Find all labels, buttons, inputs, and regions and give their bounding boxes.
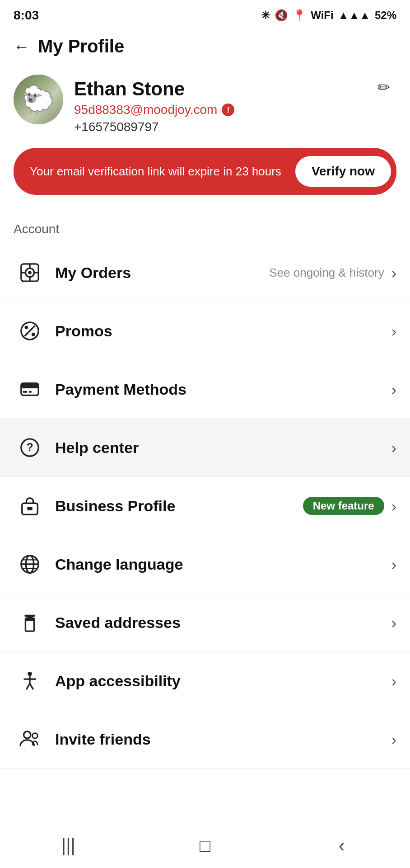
battery-display: 52%	[375, 9, 396, 22]
menu-item-help-center[interactable]: ? Help center ›	[0, 419, 410, 477]
profile-email: 95d88383@moodjoy.com !	[74, 103, 396, 117]
header: ← My Profile	[0, 27, 410, 66]
addresses-icon-wrap	[14, 606, 46, 639]
accessibility-icon	[19, 670, 40, 691]
my-orders-chevron: ›	[391, 264, 396, 282]
language-icon-wrap	[14, 548, 46, 580]
promos-chevron: ›	[391, 322, 396, 340]
page-title: My Profile	[38, 36, 124, 57]
language-icon	[19, 554, 40, 575]
change-language-label: Change language	[55, 556, 391, 573]
profile-section: Ethan Stone 95d88383@moodjoy.com ! +1657…	[0, 66, 410, 148]
profile-info: Ethan Stone 95d88383@moodjoy.com ! +1657…	[74, 75, 396, 134]
business-profile-chevron: ›	[391, 497, 396, 515]
menu-item-saved-addresses[interactable]: Saved addresses ›	[0, 594, 410, 652]
svg-point-9	[25, 326, 28, 330]
status-icons: ✳ 🔇 📍 WiFi ▲▲▲ 52%	[261, 9, 396, 22]
promos-label: Promos	[55, 322, 391, 340]
menu-item-app-accessibility[interactable]: App accessibility ›	[0, 652, 410, 710]
svg-rect-13	[23, 391, 28, 393]
svg-rect-14	[29, 391, 32, 393]
svg-point-10	[32, 333, 35, 336]
help-center-label: Help center	[55, 439, 391, 457]
svg-point-32	[33, 733, 38, 739]
my-orders-sublabel: See ongoing & history	[269, 266, 384, 280]
menu-item-payment-methods[interactable]: Payment Methods ›	[0, 360, 410, 419]
promos-icon	[19, 321, 40, 341]
svg-line-30	[30, 684, 33, 689]
payment-icon	[19, 379, 40, 400]
menu-icon: |||	[61, 835, 75, 856]
my-orders-icon-wrap	[14, 256, 46, 289]
email-warning-icon: !	[222, 104, 234, 116]
my-orders-label: My Orders	[55, 264, 269, 282]
profile-name: Ethan Stone	[74, 78, 396, 100]
back-button[interactable]: ←	[14, 37, 30, 56]
location-icon: 📍	[293, 9, 306, 22]
nav-back-icon: ‹	[339, 835, 345, 856]
time-display: 8:03	[14, 8, 39, 23]
promos-icon-wrap	[14, 315, 46, 347]
saved-addresses-label: Saved addresses	[55, 614, 391, 632]
payment-methods-chevron: ›	[391, 381, 396, 398]
payment-methods-label: Payment Methods	[55, 381, 391, 398]
nav-home-button[interactable]: □	[187, 832, 223, 859]
friends-icon-wrap	[14, 723, 46, 755]
menu-list: My Orders See ongoing & history › Promos…	[0, 244, 410, 769]
svg-point-6	[28, 271, 32, 274]
addresses-icon	[19, 612, 40, 633]
avatar-image	[14, 75, 63, 124]
business-icon-wrap	[14, 490, 46, 522]
signal-icon: ▲▲▲	[338, 9, 370, 22]
svg-line-29	[26, 684, 30, 689]
svg-rect-25	[25, 618, 34, 621]
svg-point-31	[24, 731, 31, 738]
business-icon	[19, 495, 40, 516]
nav-menu-button[interactable]: |||	[50, 832, 86, 859]
status-bar: 8:03 ✳ 🔇 📍 WiFi ▲▲▲ 52%	[0, 0, 410, 27]
svg-text:?: ?	[26, 441, 33, 453]
menu-item-business-profile[interactable]: Business Profile New feature ›	[0, 477, 410, 535]
menu-item-promos[interactable]: Promos ›	[0, 302, 410, 360]
new-feature-badge: New feature	[303, 497, 384, 515]
help-center-chevron: ›	[391, 439, 396, 457]
help-icon: ?	[19, 437, 40, 458]
back-icon: ←	[14, 37, 30, 56]
svg-point-26	[28, 672, 32, 676]
edit-icon: ✏	[377, 78, 390, 96]
orders-icon	[19, 262, 40, 283]
invite-friends-chevron: ›	[391, 731, 396, 748]
mute-icon: 🔇	[275, 9, 288, 22]
saved-addresses-chevron: ›	[391, 614, 396, 632]
edit-profile-button[interactable]: ✏	[371, 75, 396, 100]
avatar	[14, 75, 63, 124]
profile-phone: +16575089797	[74, 120, 396, 134]
app-accessibility-chevron: ›	[391, 672, 396, 690]
menu-item-change-language[interactable]: Change language ›	[0, 535, 410, 594]
app-accessibility-label: App accessibility	[55, 672, 391, 690]
svg-rect-18	[27, 507, 33, 510]
payment-icon-wrap	[14, 373, 46, 406]
accessibility-icon-wrap	[14, 665, 46, 697]
invite-friends-label: Invite friends	[55, 731, 391, 748]
svg-rect-11	[21, 383, 38, 389]
friends-icon	[19, 729, 40, 750]
nav-back-button[interactable]: ‹	[324, 832, 360, 859]
bluetooth-icon: ✳	[261, 9, 270, 22]
account-section-label: Account	[0, 208, 410, 244]
verify-now-button[interactable]: Verify now	[295, 156, 391, 187]
verify-message: Your email verification link will expire…	[30, 163, 288, 179]
menu-item-my-orders[interactable]: My Orders See ongoing & history ›	[0, 244, 410, 302]
home-icon: □	[200, 835, 210, 856]
bottom-navigation: ||| □ ‹	[0, 823, 410, 868]
help-icon-wrap: ?	[14, 431, 46, 464]
verify-banner: Your email verification link will expire…	[14, 148, 396, 195]
change-language-chevron: ›	[391, 556, 396, 573]
menu-item-invite-friends[interactable]: Invite friends ›	[0, 710, 410, 769]
business-profile-label: Business Profile	[55, 497, 303, 515]
wifi-icon: WiFi	[311, 9, 333, 22]
